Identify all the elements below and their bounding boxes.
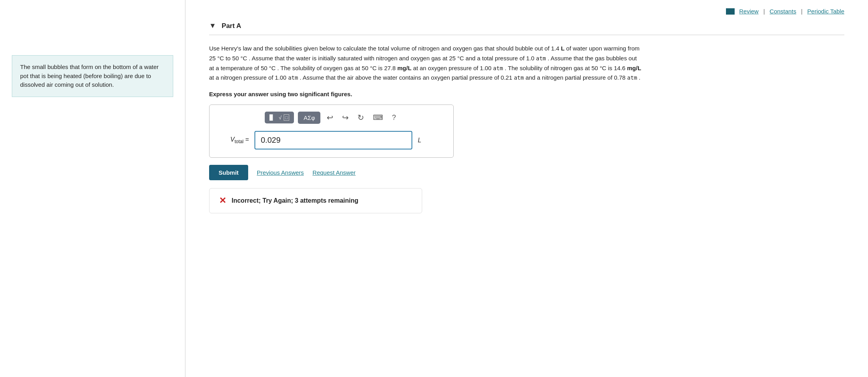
problem-text-3: to 50 xyxy=(226,55,239,62)
express-label: Express your answer using two significan… xyxy=(209,91,844,97)
deg6: °C xyxy=(600,65,608,71)
constants-link[interactable]: Constants xyxy=(770,8,797,15)
mgL1: mg/L xyxy=(397,65,413,71)
undo-button[interactable]: ↩ xyxy=(324,111,336,124)
deg3: °C xyxy=(457,55,466,62)
problem-text-15: . xyxy=(639,74,640,81)
sep1: | xyxy=(763,8,765,15)
review-link[interactable]: Review xyxy=(739,8,759,15)
problem-text-8: is 27.8 xyxy=(378,65,396,71)
submit-button[interactable]: Submit xyxy=(209,165,248,180)
deg1: °C xyxy=(217,55,226,62)
atm4: atm xyxy=(514,74,525,81)
previous-answers-button[interactable]: Previous Answers xyxy=(257,169,304,176)
formula-button[interactable]: ■ √ □ xyxy=(265,112,294,123)
math-toolbar: ■ √ □ ΑΣφ ↩ ↪ ↻ ⌨ ? xyxy=(217,111,445,124)
mgL2: mg/L xyxy=(627,65,641,71)
answer-unit: L xyxy=(418,137,421,144)
top-bar: Review | Constants | Periodic Table xyxy=(209,8,844,15)
math-input-container: ■ √ □ ΑΣφ ↩ ↪ ↻ ⌨ ? Vtotal = L xyxy=(209,105,454,158)
answer-row: Vtotal = L xyxy=(217,131,445,149)
deg4: °C xyxy=(269,65,276,71)
main-content: Review | Constants | Periodic Table ▼ Pa… xyxy=(185,0,868,377)
problem-text-5: and a total pressure of 1.0 xyxy=(466,55,534,62)
atm2: atm xyxy=(493,65,503,71)
problem-text-12: at a nitrogen pressure of 1.00 xyxy=(209,74,286,81)
problem-text-13: . Assume that the air above the water co… xyxy=(300,74,513,81)
periodic-table-link[interactable]: Periodic Table xyxy=(807,8,844,15)
L-unit: L xyxy=(561,45,566,52)
sidebar-hint-text: The small bubbles that form on the botto… xyxy=(20,63,159,88)
sep2: | xyxy=(801,8,803,15)
part-title: Part A xyxy=(222,22,241,30)
problem-text-4: . Assume that the water is initially sat… xyxy=(249,55,455,62)
answer-label-sub: total xyxy=(235,139,244,144)
feedback-icon: ✕ xyxy=(219,196,226,206)
atm3: atm xyxy=(288,74,298,81)
svg-rect-1 xyxy=(731,8,735,15)
action-row: Submit Previous Answers Request Answer xyxy=(209,165,844,180)
problem-text: Use Henry's law and the solubilities giv… xyxy=(209,44,643,83)
svg-rect-0 xyxy=(726,8,730,15)
deg2: °C xyxy=(240,55,247,62)
request-answer-button[interactable]: Request Answer xyxy=(312,169,355,176)
help-button[interactable]: ? xyxy=(389,112,398,123)
svg-text:■: ■ xyxy=(269,115,272,121)
feedback-text: Incorrect; Try Again; 3 attempts remaini… xyxy=(232,197,358,204)
page-layout: The small bubbles that form on the botto… xyxy=(0,0,868,377)
atm5: atm xyxy=(627,74,637,81)
sidebar: The small bubbles that form on the botto… xyxy=(0,0,185,377)
review-icon xyxy=(726,8,735,15)
part-arrow[interactable]: ▼ xyxy=(209,22,216,30)
problem-text-10: . The solubility of nitrogen gas at 50 xyxy=(505,65,598,71)
problem-text-14: and a nitrogen partial pressure of 0.78 xyxy=(526,74,626,81)
problem-text-1: Use Henry's law and the solubilities giv… xyxy=(209,45,559,52)
problem-text-7: . The solubility of oxygen gas at 50 xyxy=(277,65,369,71)
keyboard-button[interactable]: ⌨ xyxy=(370,112,385,123)
part-header: ▼ Part A xyxy=(209,22,844,35)
atm1: atm xyxy=(536,55,546,62)
deg5: °C xyxy=(370,65,378,71)
feedback-box: ✕ Incorrect; Try Again; 3 attempts remai… xyxy=(209,188,422,213)
answer-label: Vtotal = xyxy=(217,136,249,144)
redo-button[interactable]: ↪ xyxy=(340,111,351,124)
refresh-button[interactable]: ↻ xyxy=(355,111,367,124)
problem-text-11: is 14.6 xyxy=(608,65,625,71)
answer-input[interactable] xyxy=(254,131,412,149)
problem-text-9: at an oxygen pressure of 1.00 xyxy=(413,65,491,71)
symbol-button[interactable]: ΑΣφ xyxy=(298,112,320,124)
sidebar-hint: The small bubbles that form on the botto… xyxy=(12,55,173,97)
